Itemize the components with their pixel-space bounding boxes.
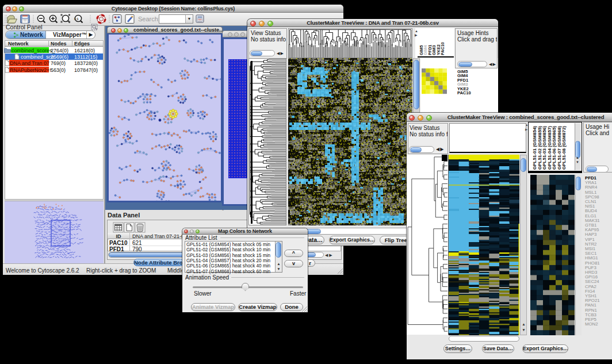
svg-text:PAC10: PAC10 [440, 42, 445, 55]
svg-text:GPL51-08 (GSM872): GPL51-08 (GSM872) [561, 126, 567, 170]
svg-text:1:1: 1:1 [74, 17, 79, 21]
